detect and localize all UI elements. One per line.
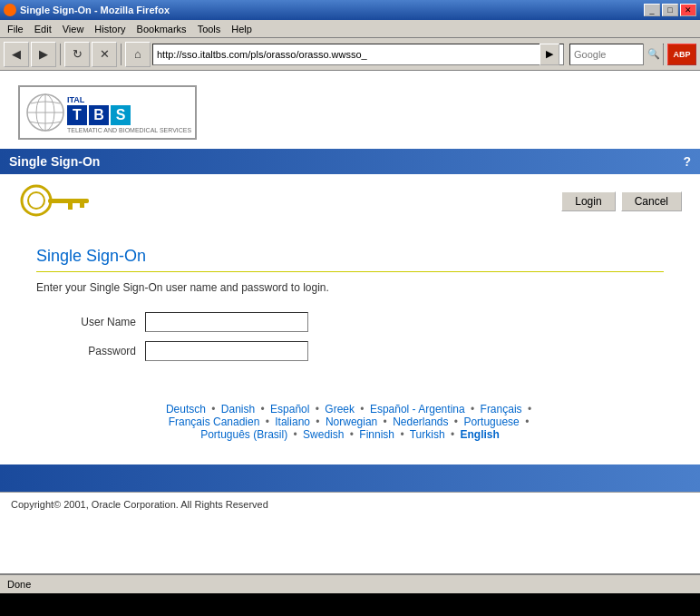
logo-ital-text: ITAL T B S TELEMATIC AND BIOMEDICAL SERV… xyxy=(67,93,191,133)
firefox-icon xyxy=(4,4,16,16)
menu-tools[interactable]: Tools xyxy=(192,23,227,35)
action-buttons: Login Cancel xyxy=(561,191,682,211)
status-bar: Done xyxy=(0,573,700,593)
form-title: Single Sign-On xyxy=(36,247,664,266)
lang-swedish[interactable]: Swedish xyxy=(303,428,344,441)
search-input[interactable] xyxy=(570,49,643,60)
stop-button[interactable]: ✕ xyxy=(92,42,117,67)
lang-francais[interactable]: Français xyxy=(481,403,522,416)
title-bar-left: Single Sign-On - Mozilla Firefox xyxy=(4,4,170,16)
reload-button[interactable]: ↻ xyxy=(64,42,90,67)
menu-view[interactable]: View xyxy=(57,23,90,35)
key-area: Login Cancel xyxy=(0,174,700,229)
toolbar-separator-2 xyxy=(121,44,122,65)
toolbar-separator-1 xyxy=(60,44,61,65)
logo-b: B xyxy=(89,105,109,125)
key-svg xyxy=(18,175,100,225)
home-button[interactable]: ⌂ xyxy=(125,42,151,67)
svg-rect-7 xyxy=(68,203,73,210)
lang-turkish[interactable]: Turkish xyxy=(410,428,445,441)
logo-box: ITAL T B S TELEMATIC AND BIOMEDICAL SERV… xyxy=(18,85,197,140)
search-box: 🔍 xyxy=(569,44,664,65)
copyright-bar: Copyright© 2001, Oracle Corporation. All… xyxy=(0,492,700,515)
go-button[interactable]: ▶ xyxy=(540,44,559,65)
svg-point-4 xyxy=(22,186,51,215)
password-input[interactable] xyxy=(145,341,308,361)
forward-button[interactable]: ▶ xyxy=(31,42,56,67)
lang-english[interactable]: English xyxy=(461,428,500,441)
login-button[interactable]: Login xyxy=(561,191,615,211)
lang-francais-canadien[interactable]: Français Canadien xyxy=(169,416,260,428)
lang-row-1: Deutsch • Danish • Español • Greek • Esp… xyxy=(36,403,664,416)
svg-rect-8 xyxy=(80,203,84,208)
key-image xyxy=(18,175,100,228)
status-text: Done xyxy=(7,579,31,590)
form-area: Single Sign-On Enter your Single Sign-On… xyxy=(0,229,700,388)
logo-area: ITAL T B S TELEMATIC AND BIOMEDICAL SERV… xyxy=(0,71,700,149)
lang-norwegian[interactable]: Norwegian xyxy=(326,416,377,428)
address-bar: ▶ xyxy=(152,44,564,65)
form-divider xyxy=(36,271,664,272)
header-bar: Single Sign-On ? xyxy=(0,149,700,174)
username-row: User Name xyxy=(36,312,664,332)
menu-edit[interactable]: Edit xyxy=(29,23,57,35)
logo-tagline: TELEMATIC AND BIOMEDICAL SERVICES xyxy=(67,127,191,133)
search-go-button[interactable]: 🔍 xyxy=(643,44,663,65)
page-content: ITAL T B S TELEMATIC AND BIOMEDICAL SERV… xyxy=(0,71,700,573)
title-bar-controls: _ □ ✕ xyxy=(644,4,696,16)
lang-espanol[interactable]: Español xyxy=(270,403,309,416)
password-label: Password xyxy=(36,345,145,357)
globe-icon xyxy=(24,91,67,134)
svg-rect-6 xyxy=(48,199,89,203)
lang-row-3: Português (Brasil) • Swedish • Finnish •… xyxy=(36,428,664,441)
help-button[interactable]: ? xyxy=(683,154,691,169)
menu-help[interactable]: Help xyxy=(226,23,258,35)
logo-letters: T B S xyxy=(67,105,191,125)
toolbar: ◀ ▶ ↻ ✕ ⌂ ▶ 🔍 ABP xyxy=(0,38,700,71)
lang-danish[interactable]: Danish xyxy=(221,403,255,416)
menu-bookmarks[interactable]: Bookmarks xyxy=(131,23,192,35)
svg-point-5 xyxy=(28,192,44,209)
menu-bar: File Edit View History Bookmarks Tools H… xyxy=(0,20,700,38)
lang-row-2: Français Canadien • Italiano • Norwegian… xyxy=(36,416,664,428)
title-bar: Single Sign-On - Mozilla Firefox _ □ ✕ xyxy=(0,0,700,20)
page-footer-bar xyxy=(0,464,700,492)
lang-portuguese[interactable]: Portuguese xyxy=(463,416,519,428)
back-button[interactable]: ◀ xyxy=(4,42,29,67)
language-area: Deutsch • Danish • Español • Greek • Esp… xyxy=(0,388,700,455)
address-input[interactable] xyxy=(157,49,540,60)
username-label: User Name xyxy=(36,316,145,328)
menu-file[interactable]: File xyxy=(2,23,29,35)
lang-italiano[interactable]: Italiano xyxy=(275,416,310,428)
abp-button[interactable]: ABP xyxy=(667,44,696,65)
password-row: Password xyxy=(36,341,664,361)
minimize-button[interactable]: _ xyxy=(644,4,660,16)
maximize-button[interactable]: □ xyxy=(662,4,678,16)
lang-finnish[interactable]: Finnish xyxy=(359,428,394,441)
logo-s: S xyxy=(111,105,131,125)
form-description: Enter your Single Sign-On user name and … xyxy=(36,281,664,294)
lang-portugues-brasil[interactable]: Português (Brasil) xyxy=(200,428,287,441)
header-title: Single Sign-On xyxy=(9,154,100,169)
window-title: Single Sign-On - Mozilla Firefox xyxy=(20,5,170,15)
close-button[interactable]: ✕ xyxy=(680,4,696,16)
menu-history[interactable]: History xyxy=(89,23,131,35)
lang-espanol-argentina[interactable]: Español - Argentina xyxy=(370,403,465,416)
cancel-button[interactable]: Cancel xyxy=(621,191,682,211)
lang-greek[interactable]: Greek xyxy=(325,403,355,416)
logo-t: T xyxy=(67,105,87,125)
lang-nederlands[interactable]: Nederlands xyxy=(393,416,448,428)
copyright-text: Copyright© 2001, Oracle Corporation. All… xyxy=(11,499,268,510)
username-input[interactable] xyxy=(145,312,308,332)
lang-deutsch[interactable]: Deutsch xyxy=(166,403,206,416)
